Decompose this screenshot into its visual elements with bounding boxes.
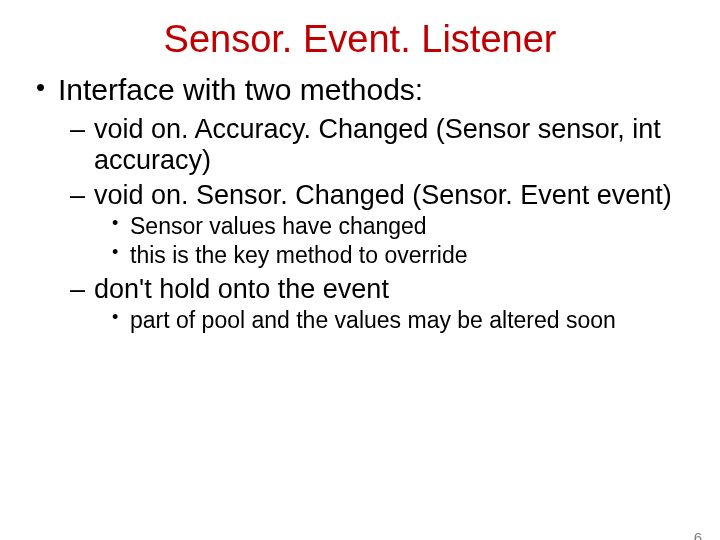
bullet-l2: void on. Accuracy. Changed (Sensor senso… (70, 114, 700, 176)
bullet-l2: void on. Sensor. Changed (Sensor. Event … (70, 180, 700, 270)
bullet-l3: part of pool and the values may be alter… (112, 307, 700, 335)
bullet-l1: Interface with two methods: void on. Acc… (30, 73, 700, 334)
bullet-text: void on. Sensor. Changed (Sensor. Event … (94, 180, 672, 210)
page-number: 6 (694, 529, 702, 540)
bullet-text: don't hold onto the event (94, 274, 389, 304)
slide-body: Interface with two methods: void on. Acc… (0, 73, 720, 334)
slide-title: Sensor. Event. Listener (0, 18, 720, 61)
bullet-text: part of pool and the values may be alter… (130, 307, 616, 333)
bullet-l3: Sensor values have changed (112, 213, 700, 241)
bullet-l2: don't hold onto the event part of pool a… (70, 274, 700, 335)
bullet-text: Sensor values have changed (130, 213, 427, 239)
bullet-text: void on. Accuracy. Changed (Sensor senso… (94, 114, 661, 175)
bullet-text: this is the key method to override (130, 242, 468, 268)
bullet-text: Interface with two methods: (58, 73, 423, 106)
bullet-l3: this is the key method to override (112, 242, 700, 270)
